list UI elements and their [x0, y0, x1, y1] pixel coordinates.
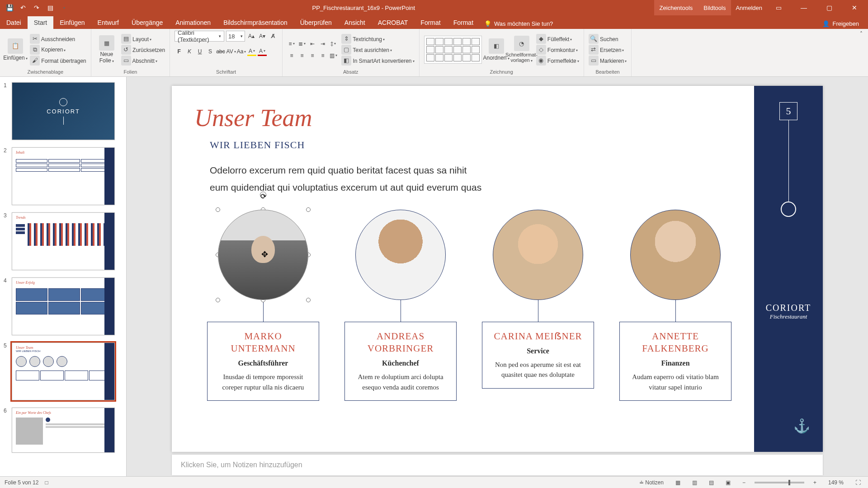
maximize-icon[interactable]: ▢ [820, 1, 838, 14]
quickstyle-button[interactable]: ◔Schnellformat-vorlagen [511, 36, 533, 63]
slide-description[interactable]: Odelorro excerum rem quid quatio beritat… [210, 162, 731, 196]
align-center-button[interactable]: ≡ [297, 51, 307, 60]
paste-button[interactable]: 📋 Einfügen [5, 38, 26, 61]
layout-button[interactable]: ▤ Layout [121, 34, 165, 44]
thumbnail-4[interactable]: Unser Erfolg [12, 277, 115, 335]
rotate-handle-icon[interactable]: ⟳ [260, 192, 266, 198]
highlight-button[interactable]: A [247, 47, 256, 56]
case-button[interactable]: Aa [237, 47, 246, 56]
account-icon[interactable]: 👤 [822, 20, 830, 27]
spacing-button[interactable]: AV [226, 47, 236, 56]
slide-canvas[interactable]: Unser Team WIR LIEBEN FISCH Odelorro exc… [172, 86, 823, 452]
cut-button[interactable]: ✂ Ausschneiden [30, 34, 86, 44]
tab-bildschirm[interactable]: Bildschirmpräsentation [217, 16, 294, 29]
member-card-1[interactable]: MARKO UNTERMANN Geschäftsführer Inusdae … [207, 322, 319, 401]
shapes-gallery[interactable] [424, 36, 482, 64]
slideshow-icon[interactable]: ▤ [44, 2, 56, 14]
tab-ansicht[interactable]: Ansicht [338, 16, 372, 29]
view-normal-icon[interactable]: ▦ [673, 479, 683, 486]
thumbnail-2[interactable]: Inhalt [12, 147, 115, 205]
italic-button[interactable]: K [185, 47, 194, 56]
tellme-input[interactable]: Was möchten Sie tun? [494, 20, 553, 27]
arrange-button[interactable]: ◧Anordnen [486, 38, 507, 61]
smartart-button[interactable]: ◧ In SmartArt konvertieren [341, 56, 414, 66]
find-button[interactable]: 🔍 Suchen [589, 34, 627, 44]
justify-button[interactable]: ≡ [318, 51, 327, 60]
undo-icon[interactable]: ↶ [17, 2, 29, 14]
member-card-4[interactable]: ANNETTE FALKENBERG Finanzen Audam eaperr… [619, 322, 731, 401]
shadow-button[interactable]: S [206, 47, 215, 56]
tab-einfugen[interactable]: Einfügen [53, 16, 91, 29]
section-button[interactable]: ▭ Abschnitt [121, 56, 165, 66]
close-icon[interactable]: ✕ [845, 1, 863, 14]
zoom-slider[interactable] [755, 482, 804, 483]
strike-button[interactable]: abc [216, 47, 225, 56]
dedent-button[interactable]: ⇤ [308, 39, 317, 48]
spellcheck-icon[interactable]: □ [45, 479, 48, 486]
tab-animationen[interactable]: Animationen [169, 16, 217, 29]
align-right-button[interactable]: ≡ [308, 51, 317, 60]
tab-entwurf[interactable]: Entwurf [91, 16, 125, 29]
view-sorter-icon[interactable]: ▥ [689, 479, 700, 486]
bullets-button[interactable]: ≡ [287, 39, 296, 48]
zoom-label[interactable]: 149 % [826, 479, 846, 486]
underline-button[interactable]: U [195, 47, 204, 56]
zoom-in-button[interactable]: + [811, 479, 819, 486]
effects-button[interactable]: ◉ Formeffekte [536, 56, 579, 66]
share-button[interactable]: Freigeben [832, 20, 859, 27]
context-tab-bildtools[interactable]: Bildtools [698, 0, 731, 15]
slide-subtitle[interactable]: WIR LIEBEN FISCH [210, 139, 731, 151]
tab-datei[interactable]: Datei [0, 16, 28, 29]
shrink-font-icon[interactable]: A▾ [258, 32, 267, 41]
tab-format2[interactable]: Format [447, 16, 480, 29]
slide-editor[interactable]: Unser Team WIR LIEBEN FISCH Odelorro exc… [127, 77, 868, 476]
slide-thumbnails[interactable]: 1 CORIORT 2 Inhalt 3 Trends 4 Unser Erfo… [0, 77, 127, 476]
tab-acrobat[interactable]: ACROBAT [372, 16, 415, 29]
align-left-button[interactable]: ≡ [287, 51, 296, 60]
replace-button[interactable]: ⇄ Ersetzen [589, 45, 627, 55]
view-slideshow-icon[interactable]: ▣ [723, 479, 733, 486]
tab-format1[interactable]: Format [414, 16, 447, 29]
outline-button[interactable]: ◇ Formkontur [536, 45, 579, 55]
ribbon-display-icon[interactable]: ▭ [769, 1, 788, 14]
member-card-3[interactable]: CARINA MEIẞNER Service Non ped eos aperu… [482, 322, 594, 389]
selected-frame[interactable]: ⟳ ✥ [218, 210, 308, 300]
textdir-button[interactable]: ⇕ Textrichtung [341, 34, 414, 44]
fill-button[interactable]: ◆ Fülleffekt [536, 34, 579, 44]
thumbnail-3[interactable]: Trends [12, 212, 115, 270]
thumbnail-6[interactable]: Ein par Worte des Chefs [12, 408, 115, 453]
save-icon[interactable]: 💾 [4, 2, 15, 14]
qat-more-icon[interactable] [58, 2, 70, 14]
zoom-out-button[interactable]: − [740, 479, 748, 486]
reset-button[interactable]: ↺ Zurücksetzen [121, 45, 165, 55]
font-size-select[interactable]: 18▾ [226, 31, 245, 42]
slide-title[interactable]: Unser Team [194, 104, 731, 132]
thumbnail-5[interactable]: Unser TeamWIR LIEBEN FISCH [12, 343, 115, 400]
copy-button[interactable]: ⧉ Kopieren [30, 45, 86, 55]
redo-icon[interactable]: ↷ [31, 2, 42, 14]
tab-uberprufen[interactable]: Überprüfen [294, 16, 338, 29]
fontcolor-button[interactable]: A [258, 47, 267, 56]
member-photo-2[interactable] [355, 210, 446, 300]
new-slide-button[interactable]: ▦ Neue Folie [96, 35, 118, 63]
context-tab-zeichentools[interactable]: Zeichentools [654, 0, 698, 15]
login-link[interactable]: Anmelden [736, 5, 762, 11]
tab-start[interactable]: Start [28, 16, 54, 29]
view-reading-icon[interactable]: ▤ [706, 479, 717, 486]
columns-button[interactable]: ▥ [329, 51, 338, 60]
tab-ubergange[interactable]: Übergänge [125, 16, 169, 29]
notes-pane[interactable]: Klicken Sie, um Notizen hinzuzufügen [172, 455, 823, 475]
member-card-2[interactable]: ANDREAS VORBRINGER Küchenchef Atem re do… [344, 322, 457, 401]
font-name-select[interactable]: Calibri (Textkörper)▾ [175, 31, 224, 42]
clear-format-icon[interactable]: A̸ [269, 32, 278, 41]
member-photo-1[interactable] [218, 210, 308, 300]
linespace-button[interactable]: ‡ [329, 39, 338, 48]
slide-counter[interactable]: Folie 5 von 12 [5, 479, 38, 486]
numbering-button[interactable]: ≣ [297, 39, 307, 48]
grow-font-icon[interactable]: A▴ [247, 32, 256, 41]
notes-button[interactable]: ≐ Notizen [637, 479, 666, 486]
member-photo-4[interactable] [630, 210, 721, 300]
fit-window-icon[interactable]: ⛶ [853, 479, 863, 486]
bold-button[interactable]: F [175, 47, 184, 56]
thumbnail-1[interactable]: CORIORT [12, 82, 115, 140]
